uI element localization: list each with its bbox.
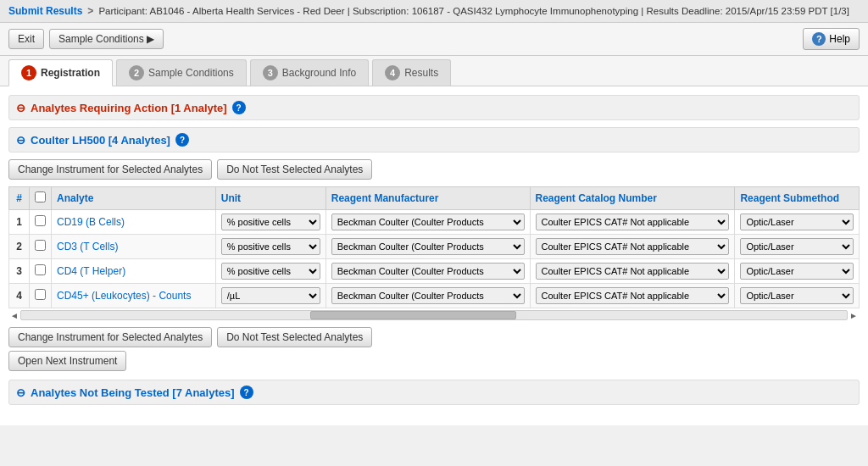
help-label: Help — [829, 33, 850, 45]
scrollbar-track — [20, 310, 848, 320]
analyte-link-3[interactable]: CD4 (T Helper) — [57, 265, 125, 277]
analyte-link-1[interactable]: CD19 (B Cells) — [57, 216, 125, 228]
row-checkbox-2[interactable] — [35, 240, 46, 251]
catalog-select-3[interactable]: Coulter EPICS CAT# Not applicable — [536, 263, 730, 280]
row-num-2: 2 — [9, 235, 30, 259]
row-manufacturer-4: Beckman Coulter (Coulter Products — [326, 284, 530, 308]
unit-select-3[interactable]: % positive cells — [221, 263, 320, 280]
row-checkbox-cell-1 — [30, 210, 52, 235]
breadcrumb-separator: > — [87, 5, 93, 17]
manufacturer-select-4[interactable]: Beckman Coulter (Coulter Products — [331, 287, 525, 304]
row-analyte-1: CD19 (B Cells) — [52, 210, 216, 235]
row-catalog-3: Coulter EPICS CAT# Not applicable — [530, 259, 735, 284]
do-not-test-button-bottom[interactable]: Do Not Test Selected Analytes — [217, 327, 372, 347]
col-header-num: # — [9, 187, 30, 210]
row-analyte-4: CD45+ (Leukocytes) - Counts — [52, 284, 216, 308]
coulter-section-help[interactable]: ? — [175, 133, 189, 147]
row-submethod-3: Optic/Laser — [735, 259, 860, 284]
row-unit-2: % positive cells — [215, 235, 326, 259]
table-row: 2 CD3 (T Cells) % positive cells Beckman… — [9, 235, 860, 259]
not-tested-header[interactable]: ⊖ Analytes Not Being Tested [7 Analytes]… — [8, 380, 860, 405]
tab-num-3: 3 — [263, 65, 278, 80]
catalog-select-2[interactable]: Coulter EPICS CAT# Not applicable — [536, 238, 730, 255]
row-unit-4: /µL — [215, 284, 326, 308]
submit-results-link[interactable]: Submit Results — [8, 5, 82, 17]
tab-num-2: 2 — [129, 65, 144, 80]
row-checkbox-cell-2 — [30, 235, 52, 259]
unit-select-1[interactable]: % positive cells — [221, 214, 320, 230]
tab-label-sample-conditions: Sample Conditions — [148, 67, 234, 79]
help-button[interactable]: ? Help — [803, 28, 860, 50]
submethod-select-1[interactable]: Optic/Laser — [740, 214, 854, 230]
manufacturer-select-3[interactable]: Beckman Coulter (Coulter Products — [331, 263, 525, 280]
row-manufacturer-1: Beckman Coulter (Coulter Products — [326, 210, 530, 235]
row-unit-3: % positive cells — [215, 259, 326, 284]
submethod-select-3[interactable]: Optic/Laser — [740, 263, 854, 280]
breadcrumb-info: Participant: AB1046 - Alberta Health Ser… — [98, 6, 849, 16]
submethod-select-4[interactable]: Optic/Laser — [740, 287, 854, 304]
open-next-wrapper: Open Next Instrument — [8, 351, 860, 371]
analyte-link-2[interactable]: CD3 (T Cells) — [57, 241, 118, 252]
analyte-link-4[interactable]: CD45+ (Leukocytes) - Counts — [57, 290, 191, 302]
exit-button[interactable]: Exit — [8, 29, 44, 49]
row-num-1: 1 — [9, 210, 30, 235]
coulter-section-title: Coulter LH500 [4 Analytes] — [31, 134, 170, 147]
scrollbar-thumb — [310, 311, 517, 319]
scroll-right-arrow[interactable]: ► — [849, 311, 858, 320]
catalog-select-4[interactable]: Coulter EPICS CAT# Not applicable — [536, 287, 730, 304]
not-tested-section: ⊖ Analytes Not Being Tested [7 Analytes]… — [8, 380, 860, 405]
bottom-action-bar: Change Instrument for Selected Analytes … — [8, 327, 860, 347]
table-row: 1 CD19 (B Cells) % positive cells Beckma… — [9, 210, 860, 235]
tab-sample-conditions[interactable]: 2 Sample Conditions — [116, 59, 247, 86]
manufacturer-select-1[interactable]: Beckman Coulter (Coulter Products — [331, 214, 525, 230]
row-num-4: 4 — [9, 284, 30, 308]
tab-num-4: 4 — [385, 65, 400, 80]
row-unit-1: % positive cells — [215, 210, 326, 235]
row-manufacturer-2: Beckman Coulter (Coulter Products — [326, 235, 530, 259]
scroll-left-arrow[interactable]: ◄ — [10, 311, 19, 320]
submethod-select-2[interactable]: Optic/Laser — [740, 238, 854, 255]
tab-results[interactable]: 4 Results — [372, 59, 451, 86]
open-next-instrument-button[interactable]: Open Next Instrument — [8, 351, 126, 371]
tab-background-info[interactable]: 3 Background Info — [250, 59, 369, 86]
change-instrument-button[interactable]: Change Instrument for Selected Analytes — [8, 159, 212, 180]
analytes-requiring-action-title: Analytes Requiring Action [1 Analyte] — [31, 102, 227, 114]
row-num-3: 3 — [9, 259, 30, 284]
do-not-test-button[interactable]: Do Not Test Selected Analytes — [217, 159, 372, 180]
col-header-checkbox — [30, 187, 52, 210]
unit-select-4[interactable]: /µL — [221, 287, 320, 304]
horizontal-scrollbar[interactable]: ◄ ► — [8, 310, 860, 320]
catalog-select-1[interactable]: Coulter EPICS CAT# Not applicable — [536, 214, 730, 230]
tab-label-results: Results — [404, 67, 438, 79]
row-checkbox-3[interactable] — [35, 264, 46, 275]
tab-num-1: 1 — [21, 65, 36, 80]
row-submethod-1: Optic/Laser — [735, 210, 860, 235]
toolbar-left: Exit Sample Conditions ▶ — [8, 29, 164, 49]
analytes-table: # Analyte Unit Reagent Manufacturer Reag… — [8, 186, 860, 308]
analytes-requiring-action-help[interactable]: ? — [232, 101, 246, 114]
row-checkbox-4[interactable] — [35, 289, 46, 300]
row-catalog-1: Coulter EPICS CAT# Not applicable — [530, 210, 735, 235]
analytes-requiring-action-header[interactable]: ⊖ Analytes Requiring Action [1 Analyte] … — [8, 95, 860, 120]
collapse-icon-3: ⊖ — [16, 386, 25, 399]
sample-conditions-button[interactable]: Sample Conditions ▶ — [49, 29, 164, 49]
tab-registration[interactable]: 1 Registration — [8, 59, 113, 86]
tab-label-background-info: Background Info — [282, 67, 356, 79]
row-manufacturer-3: Beckman Coulter (Coulter Products — [326, 259, 530, 284]
unit-select-2[interactable]: % positive cells — [221, 238, 320, 255]
row-analyte-3: CD4 (T Helper) — [52, 259, 216, 284]
change-instrument-button-bottom[interactable]: Change Instrument for Selected Analytes — [8, 327, 212, 347]
row-catalog-4: Coulter EPICS CAT# Not applicable — [530, 284, 735, 308]
col-header-reagent-submethod: Reagent Submethod — [735, 187, 860, 210]
manufacturer-select-2[interactable]: Beckman Coulter (Coulter Products — [331, 238, 525, 255]
analytes-table-wrapper: # Analyte Unit Reagent Manufacturer Reag… — [8, 186, 860, 308]
top-bar: Submit Results > Participant: AB1046 - A… — [0, 0, 868, 23]
row-analyte-2: CD3 (T Cells) — [52, 235, 216, 259]
help-icon: ? — [812, 32, 826, 46]
col-header-analyte: Analyte — [52, 187, 216, 210]
row-checkbox-1[interactable] — [35, 215, 46, 226]
coulter-section-header[interactable]: ⊖ Coulter LH500 [4 Analytes] ? — [8, 127, 860, 153]
select-all-checkbox[interactable] — [35, 191, 46, 202]
not-tested-help[interactable]: ? — [240, 386, 253, 399]
main-content: ⊖ Analytes Requiring Action [1 Analyte] … — [0, 86, 868, 425]
